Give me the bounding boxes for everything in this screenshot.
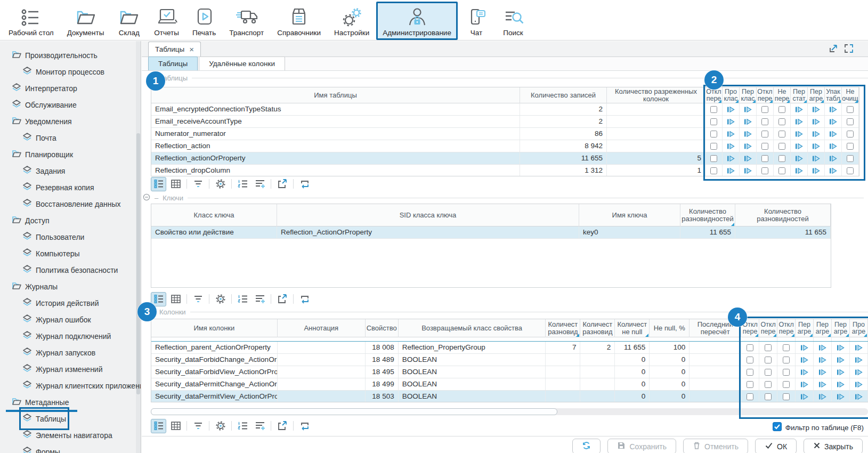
recalculate-play-icon[interactable]	[814, 391, 832, 402]
recalculate-play-icon[interactable]	[825, 116, 842, 127]
sidebar-item-обслуживание[interactable]: Обслуживание	[12, 96, 77, 113]
column-header[interactable]: Количество разновидностей	[735, 204, 831, 226]
flag-checkbox[interactable]	[842, 128, 859, 140]
tab-tables[interactable]: Таблицы ×	[148, 42, 201, 56]
recalculate-play-icon[interactable]	[808, 165, 825, 176]
column-header[interactable]: Количество записей	[520, 87, 607, 103]
recalculate-play-icon[interactable]	[832, 391, 850, 402]
flag-checkbox[interactable]	[757, 128, 774, 140]
recalculate-play-icon[interactable]	[791, 103, 808, 115]
column-header[interactable]: Количест не null	[615, 319, 650, 337]
recalculate-play-icon[interactable]	[808, 103, 825, 115]
toolbar-button-settings[interactable]: Настройки	[328, 2, 376, 40]
recalculate-play-icon[interactable]	[740, 116, 757, 127]
table-row[interactable]: Reflection_number_ActionOrProperty18 005…	[151, 337, 868, 342]
checkbox-checked-icon[interactable]	[773, 422, 782, 433]
table-row[interactable]: Email_encryptedConnectionTypeStatus2	[151, 103, 859, 116]
sidebar-item-восстановление-данных[interactable]: Восстановление данных	[22, 196, 120, 212]
column-header[interactable]: Количество разновидностей	[680, 204, 735, 226]
recalculate-play-icon[interactable]	[832, 354, 850, 366]
horizontal-scrollbar[interactable]	[151, 408, 868, 415]
flag-checkbox[interactable]	[705, 128, 723, 140]
recalculate-play-icon[interactable]	[825, 165, 842, 176]
flag-checkbox[interactable]	[741, 342, 759, 353]
recalculate-play-icon[interactable]	[791, 140, 808, 152]
flag-checkbox[interactable]	[774, 128, 791, 140]
sidebar-item-журнал-клиентских-приложений[interactable]: Журнал клиентских приложений	[22, 377, 141, 394]
refresh-loop-icon[interactable]	[297, 177, 312, 191]
sidebar-item-резервная-копия[interactable]: Резервная копия	[22, 179, 94, 196]
column-header[interactable]: Свойство	[366, 319, 399, 337]
horizontal-scrollbar-thumb[interactable]	[151, 408, 557, 415]
flag-column-header[interactable]: Пер стат	[791, 87, 808, 103]
flag-checkbox[interactable]	[757, 165, 774, 176]
sidebar-item-почта[interactable]: Почта	[22, 130, 56, 146]
sidebar-item-производительность[interactable]: Производительность	[12, 47, 98, 63]
numbered-list-icon[interactable]	[235, 419, 250, 433]
popout-icon[interactable]	[828, 43, 839, 56]
column-header[interactable]: SID класса ключа	[277, 204, 579, 226]
flag-checkbox[interactable]	[759, 342, 777, 353]
recalculate-play-icon[interactable]	[814, 378, 832, 390]
recalculate-play-icon[interactable]	[740, 128, 757, 140]
recalculate-play-icon[interactable]	[723, 116, 740, 127]
flag-column-header[interactable]: Упак табл	[825, 87, 842, 103]
sub-tab-удалённые-колонки[interactable]: Удалённые колонки	[199, 56, 285, 70]
recalculate-play-icon[interactable]	[740, 165, 757, 176]
sidebar-item-метаданные[interactable]: Метаданные	[12, 394, 69, 410]
toolbar-button-documents[interactable]: Документы	[61, 2, 111, 40]
flag-checkbox[interactable]	[774, 165, 791, 176]
recalculate-play-icon[interactable]	[808, 152, 825, 164]
flag-checkbox[interactable]	[741, 354, 759, 366]
flag-column-header[interactable]: Откл пере	[757, 87, 774, 103]
toolbar-button-desktop[interactable]: Рабочий стол	[2, 2, 60, 40]
sidebar-item-доступ[interactable]: Доступ	[12, 212, 50, 229]
numbered-list-icon[interactable]	[235, 292, 250, 306]
flag-checkbox[interactable]	[705, 165, 723, 176]
sidebar-item-журнал-изменений[interactable]: Журнал изменений	[22, 361, 103, 377]
sub-tab-таблицы[interactable]: Таблицы	[148, 56, 198, 70]
flag-checkbox[interactable]	[777, 337, 796, 341]
recalculate-play-icon[interactable]	[808, 116, 825, 127]
table-row[interactable]: Reflection_parent_ActionOrProperty18 008…	[151, 342, 868, 354]
add-list-icon[interactable]	[252, 292, 267, 306]
filter-by-table-checkbox[interactable]: Фильтр по таблице (F8)	[773, 422, 864, 433]
sidebar-scrollbar-thumb[interactable]	[136, 133, 140, 394]
recalculate-play-icon[interactable]	[825, 128, 842, 140]
column-header[interactable]: Не null, %	[650, 319, 689, 337]
recalculate-play-icon[interactable]	[796, 366, 814, 378]
numbered-list-icon[interactable]	[235, 177, 250, 191]
flag-checkbox[interactable]	[759, 391, 777, 402]
flag-column-header[interactable]: Откл пере	[759, 319, 777, 337]
recalculate-play-icon[interactable]	[832, 366, 850, 378]
flag-checkbox[interactable]	[777, 366, 796, 378]
grid-icon[interactable]	[168, 177, 183, 191]
flag-checkbox[interactable]	[774, 140, 791, 152]
recalculate-play-icon[interactable]	[796, 378, 814, 390]
gear-icon[interactable]	[213, 292, 228, 306]
list-view-icon[interactable]	[151, 419, 166, 433]
recalculate-play-icon[interactable]	[723, 152, 740, 164]
filter-icon[interactable]	[190, 177, 206, 191]
table-row[interactable]: Reflection_dropColumn1 3121	[151, 165, 859, 176]
flag-checkbox[interactable]	[777, 378, 796, 390]
flag-checkbox[interactable]	[741, 391, 759, 402]
flag-column-header[interactable]: Про клас	[723, 87, 740, 103]
gear-icon[interactable]	[213, 177, 228, 191]
open-external-icon[interactable]	[274, 292, 290, 306]
add-list-icon[interactable]	[252, 177, 267, 191]
recalculate-play-icon[interactable]	[791, 165, 808, 176]
flag-checkbox[interactable]	[759, 337, 777, 341]
recalculate-play-icon[interactable]	[825, 152, 842, 164]
toolbar-button-references[interactable]: Справочники	[271, 2, 327, 40]
flag-checkbox[interactable]	[757, 152, 774, 164]
table-row[interactable]: Security_dataPermitView_ActionOrProperty…	[151, 391, 868, 402]
table-row[interactable]: Numerator_numerator86	[151, 128, 859, 140]
sidebar-item-пользователи[interactable]: Пользователи	[22, 229, 84, 245]
flag-checkbox[interactable]	[777, 391, 796, 402]
column-header[interactable]: Имя таблицы	[151, 87, 520, 103]
flag-checkbox[interactable]	[842, 116, 859, 127]
recalculate-play-icon[interactable]	[850, 354, 868, 366]
sidebar-item-журнал-ошибок[interactable]: Журнал ошибок	[22, 311, 91, 328]
table-row[interactable]: Свойство или действиеReflection_ActionOr…	[151, 226, 831, 239]
